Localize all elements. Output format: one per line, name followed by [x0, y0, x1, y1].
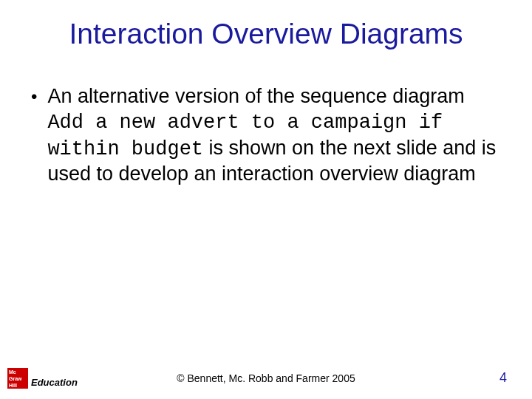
bullet-lead: An alternative version of the sequence d…: [47, 85, 464, 107]
copyright-text: © Bennett, Mc. Robb and Farmer 2005: [0, 372, 532, 384]
bullet-text: An alternative version of the sequence d…: [47, 84, 501, 187]
slide-title: Interaction Overview Diagrams: [0, 0, 532, 56]
page-number: 4: [499, 370, 507, 386]
bullet-item: • An alternative version of the sequence…: [31, 84, 501, 187]
slide: Interaction Overview Diagrams • An alter…: [0, 0, 532, 399]
slide-body: • An alternative version of the sequence…: [0, 56, 532, 187]
slide-footer: Mc Graw Hill Education © Bennett, Mc. Ro…: [0, 365, 532, 389]
bullet-dot-icon: •: [31, 86, 37, 108]
